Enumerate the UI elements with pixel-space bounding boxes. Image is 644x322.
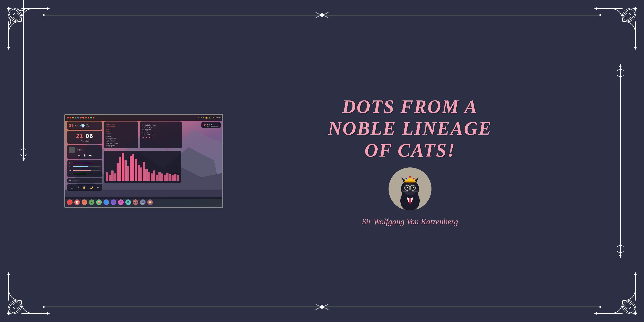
music-next-button[interactable]: ⏭ bbox=[89, 154, 92, 157]
file-item-ricing[interactable]: ricing bbox=[106, 135, 136, 138]
health-info: Health Fix your posture! bbox=[207, 124, 218, 127]
lock-button[interactable]: 🔒 bbox=[83, 186, 86, 189]
taskbar-icon-3[interactable]: 🔖 bbox=[82, 200, 87, 205]
sys-sh: zsh bbox=[145, 130, 148, 132]
headphone-icon: 🎧 bbox=[69, 162, 72, 164]
svg-point-63 bbox=[409, 176, 411, 178]
sys-user: axarva bbox=[147, 123, 152, 125]
viz-bar-14 bbox=[143, 162, 145, 181]
viz-bar-5 bbox=[119, 157, 121, 181]
music-pause-button[interactable]: ⏸ bbox=[83, 154, 86, 157]
refresh-button[interactable]: ↺ bbox=[77, 186, 79, 189]
svg-point-56 bbox=[413, 187, 414, 188]
file-item-downloads[interactable]: Downloads bbox=[106, 126, 136, 128]
widgets-panel: 31 Dec 💨 8°C Mist 21 06 Thursday bbox=[67, 122, 102, 196]
slider-display: 🖥 bbox=[69, 169, 101, 172]
health-heart-icon: ❤ bbox=[204, 124, 206, 127]
other-fill bbox=[73, 174, 87, 174]
weather-info: 8°C Mist bbox=[86, 124, 89, 128]
cat-name: Sir Wolfgang Von Katzenberg bbox=[362, 217, 458, 226]
sys-kern: 5.4.80 bbox=[147, 127, 152, 128]
viz-bar-4 bbox=[116, 163, 119, 181]
sys-sh-row: sh:zsh bbox=[142, 130, 180, 132]
taskbar-icon-1[interactable]: 🔴 bbox=[67, 200, 72, 205]
viz-bar-12 bbox=[138, 165, 140, 181]
viz-bar-17 bbox=[151, 174, 153, 181]
file-item-dwm[interactable]: dwm bbox=[106, 130, 136, 133]
dot-red5 bbox=[93, 117, 94, 118]
cat-avatar bbox=[388, 168, 432, 210]
night-mode-button[interactable]: 🌙 bbox=[90, 186, 93, 189]
music-prev-button[interactable]: ⏮ bbox=[78, 154, 81, 157]
viz-bar-11 bbox=[135, 159, 137, 181]
taskbar-icon-11[interactable]: 💻 bbox=[140, 200, 146, 205]
viz-bar-2 bbox=[111, 170, 113, 181]
music-title: In The... bbox=[76, 149, 83, 151]
file-panel: Documents Downloads bin dwm repos ricing… bbox=[104, 122, 138, 148]
topbar-dot-red: ● bbox=[198, 116, 199, 119]
monitor-icon: 🖥 bbox=[69, 169, 72, 172]
sys-os-row: os:gentoo/linux bbox=[142, 125, 180, 127]
topbar-power-icon: ⚡ bbox=[212, 117, 214, 119]
system-info-panel: user:axarva os:gentoo/linux kern:5.4.80 … bbox=[140, 122, 182, 148]
health-message: Fix your posture! bbox=[207, 125, 218, 127]
volume-slider[interactable] bbox=[73, 163, 101, 163]
file-item-repos[interactable]: repos bbox=[106, 133, 136, 135]
music-controls: ⏮ ⏸ ⏭ bbox=[69, 154, 101, 157]
taskbar-icon-6[interactable]: 🌐 bbox=[104, 200, 109, 205]
dot-blue bbox=[77, 117, 79, 118]
file-item-spicetify[interactable]: spicetify-cli bbox=[106, 140, 136, 142]
viz-bar-9 bbox=[130, 156, 132, 181]
main-content: ● ● ● 📶 🔋 ⚡ 21:06 ❤ Health Fix your post… bbox=[0, 0, 644, 322]
taskbar-icon-4[interactable]: ✏ bbox=[89, 200, 94, 205]
power-button[interactable]: ⏻ bbox=[71, 186, 73, 189]
file-item-bin[interactable]: bin bbox=[106, 128, 136, 130]
taskbar-icon-12[interactable]: 📁 bbox=[147, 200, 153, 205]
dot-red3 bbox=[80, 117, 82, 118]
weather-month: Dec bbox=[75, 125, 78, 127]
weather-widget: 31 Dec 💨 8°C Mist bbox=[67, 122, 102, 130]
svg-point-55 bbox=[407, 187, 408, 188]
viz-bar-18 bbox=[153, 170, 156, 181]
viz-bar-0 bbox=[106, 172, 108, 181]
topbar-dot-green2: ● bbox=[203, 116, 204, 119]
file-item-wallpapers[interactable]: wallpapers bbox=[106, 144, 136, 147]
settings-slider[interactable] bbox=[73, 166, 101, 167]
display-fill bbox=[73, 170, 91, 171]
weather-condition: Mist bbox=[86, 126, 89, 128]
topbar-dot-orange2: ● bbox=[201, 116, 202, 119]
taskbar-icon-10[interactable]: 📷 bbox=[133, 200, 138, 205]
viz-bar-24 bbox=[169, 174, 171, 181]
desktop-screenshot: ● ● ● 📶 🔋 ⚡ 21:06 ❤ Health Fix your post… bbox=[64, 114, 223, 208]
file-item-documents[interactable]: Documents bbox=[106, 123, 136, 126]
logout-button[interactable]: ➜ bbox=[96, 186, 99, 189]
file-item-tint2[interactable]: tint2-executors bbox=[106, 142, 136, 144]
taskbar-icon-5[interactable]: 🎯 bbox=[96, 200, 102, 205]
svg-point-64 bbox=[406, 178, 407, 180]
sys-term: alacritty bbox=[147, 134, 155, 135]
dot-red bbox=[67, 117, 69, 118]
taskbar-icon-8[interactable]: 🎵 bbox=[118, 200, 124, 205]
viz-bar-21 bbox=[161, 174, 163, 181]
taskbar-icon-7[interactable]: 🎮 bbox=[111, 200, 116, 205]
svg-point-65 bbox=[413, 178, 414, 180]
volume-fill bbox=[73, 163, 92, 163]
viz-bar-16 bbox=[148, 172, 150, 181]
other-slider[interactable] bbox=[73, 174, 101, 174]
dot-red2 bbox=[70, 117, 71, 118]
viz-bar-23 bbox=[166, 172, 168, 181]
sys-wm: xmonad bbox=[145, 128, 151, 130]
cat-illustration bbox=[388, 168, 432, 210]
pen-icon: ✏ bbox=[69, 173, 72, 175]
sys-pkgs: 0 bbox=[147, 132, 148, 134]
search-widget[interactable]: 🔍 Search... bbox=[67, 178, 102, 183]
visualizer-panel bbox=[104, 151, 181, 183]
taskbar-icon-9[interactable]: 🖥 bbox=[125, 200, 131, 205]
sys-os: gentoo/linux bbox=[145, 125, 156, 127]
dot-red4 bbox=[88, 117, 89, 118]
file-item-rofi[interactable]: rofi-spotlight bbox=[106, 138, 136, 140]
topbar-dots bbox=[67, 117, 94, 118]
taskbar-icon-2[interactable]: 📝 bbox=[74, 200, 80, 205]
settings-fill bbox=[73, 166, 88, 167]
display-slider[interactable] bbox=[73, 170, 101, 171]
